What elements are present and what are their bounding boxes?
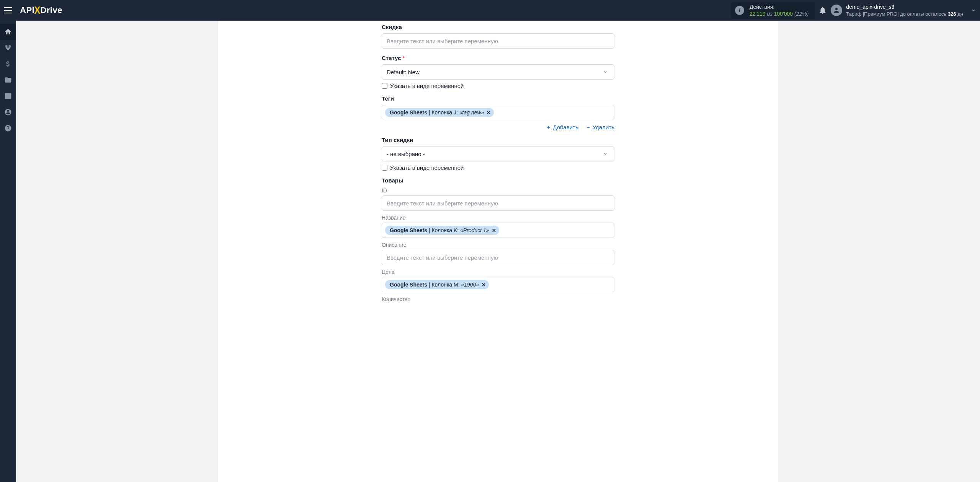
form-section: Скидка Статус * Default: New Указать в в… — [382, 21, 614, 302]
product-id-input[interactable] — [382, 195, 614, 211]
product-id-label: ID — [382, 187, 614, 194]
actions-of: из — [767, 11, 772, 17]
close-icon[interactable]: ✕ — [492, 228, 496, 233]
product-desc-input[interactable] — [382, 250, 614, 265]
actions-counter[interactable]: i Действия: 22'119 из 100'000 (22%) — [731, 2, 815, 19]
sidebar-item-integrations[interactable] — [0, 40, 16, 56]
svg-rect-2 — [7, 49, 9, 50]
sidebar-item-billing[interactable] — [0, 56, 16, 72]
field-product-desc: Описание — [382, 242, 614, 265]
logo-api: API — [20, 5, 34, 15]
avatar-icon — [831, 5, 842, 16]
tag-chip[interactable]: Google Sheets | Колонка J: «tag new» ✕ — [385, 108, 494, 117]
product-price-input[interactable]: Google Sheets | Колонка M: «1900» ✕ — [382, 277, 614, 292]
actions-label: Действия: — [750, 3, 808, 10]
tags-input[interactable]: Google Sheets | Колонка J: «tag new» ✕ — [382, 105, 614, 120]
discount-type-value: - не выбрано - — [387, 151, 425, 157]
sidebar — [0, 21, 16, 482]
svg-rect-0 — [5, 45, 7, 47]
discount-label: Скидка — [382, 24, 614, 30]
field-product-name: Название Google Sheets | Колонка K: «Pro… — [382, 215, 614, 238]
field-product-id: ID — [382, 187, 614, 211]
tags-label: Теги — [382, 95, 614, 102]
bell-icon[interactable] — [818, 6, 827, 15]
svg-rect-1 — [9, 45, 11, 47]
field-tags: Теги Google Sheets | Колонка J: «tag new… — [382, 95, 614, 130]
sidebar-item-home[interactable] — [0, 24, 16, 40]
status-variable-label: Указать в виде переменной — [390, 83, 464, 89]
actions-count: 22'119 — [750, 11, 766, 17]
logo-x-icon: X — [34, 4, 41, 16]
logo[interactable]: API X Drive — [20, 4, 62, 16]
tag-chip[interactable]: Google Sheets | Колонка M: «1900» ✕ — [385, 280, 489, 289]
product-qty-label: Количество — [382, 296, 614, 302]
sidebar-item-help[interactable] — [0, 120, 16, 136]
main-content: Скидка Статус * Default: New Указать в в… — [16, 21, 980, 482]
sidebar-item-video[interactable] — [0, 88, 16, 104]
status-value: Default: New — [387, 69, 420, 75]
info-icon: i — [735, 6, 744, 15]
discount-type-as-variable[interactable]: Указать в виде переменной — [382, 164, 614, 171]
discount-type-variable-label: Указать в виде переменной — [390, 164, 464, 171]
status-label: Статус * — [382, 55, 614, 61]
field-product-qty: Количество — [382, 296, 614, 302]
delete-button[interactable]: Удалить — [586, 124, 614, 130]
product-name-label: Название — [382, 215, 614, 221]
add-button[interactable]: Добавить — [546, 124, 578, 130]
header-right: i Действия: 22'119 из 100'000 (22%) demo… — [731, 2, 976, 19]
close-icon[interactable]: ✕ — [482, 282, 486, 288]
content-panel: Скидка Статус * Default: New Указать в в… — [218, 21, 778, 482]
tag-chip[interactable]: Google Sheets | Колонка K: «Product 1» ✕ — [385, 226, 499, 235]
user-name: demo_apix-drive_s3 — [846, 3, 963, 11]
field-discount-type: Тип скидки - не выбрано - Указать в виде… — [382, 137, 614, 171]
field-status: Статус * Default: New Указать в виде пер… — [382, 55, 614, 89]
actions-limit: 100'000 — [774, 11, 793, 17]
chevron-down-icon — [603, 69, 608, 75]
sidebar-item-projects[interactable] — [0, 72, 16, 88]
chevron-down-icon — [971, 8, 976, 13]
chevron-down-icon — [603, 151, 608, 156]
status-as-variable[interactable]: Указать в виде переменной — [382, 83, 614, 89]
actions-pct: (22%) — [794, 11, 808, 17]
discount-input[interactable] — [382, 33, 614, 49]
menu-toggle[interactable] — [4, 5, 15, 16]
field-discount: Скидка — [382, 24, 614, 49]
user-info: demo_apix-drive_s3 Тариф |Премиум PRO| д… — [846, 3, 963, 17]
actions-text: Действия: 22'119 из 100'000 (22%) — [750, 3, 808, 17]
product-desc-label: Описание — [382, 242, 614, 248]
tags-actions: Добавить Удалить — [382, 124, 614, 130]
user-menu[interactable]: demo_apix-drive_s3 Тариф |Премиум PRO| д… — [831, 3, 976, 17]
close-icon[interactable]: ✕ — [487, 110, 491, 116]
discount-type-variable-checkbox[interactable] — [382, 165, 387, 171]
discount-type-label: Тип скидки — [382, 137, 614, 143]
status-select[interactable]: Default: New — [382, 64, 614, 80]
products-heading: Товары — [382, 177, 614, 184]
product-name-input[interactable]: Google Sheets | Колонка K: «Product 1» ✕ — [382, 223, 614, 238]
product-price-label: Цена — [382, 269, 614, 275]
logo-drive: Drive — [40, 5, 62, 15]
discount-type-select[interactable]: - не выбрано - — [382, 146, 614, 161]
user-tariff: Тариф |Премиум PRO| до оплаты осталось 3… — [846, 11, 963, 18]
plus-icon — [546, 125, 551, 130]
field-product-price: Цена Google Sheets | Колонка M: «1900» ✕ — [382, 269, 614, 292]
minus-icon — [586, 125, 591, 130]
status-variable-checkbox[interactable] — [382, 83, 387, 89]
app-header: API X Drive i Действия: 22'119 из 100'00… — [0, 0, 980, 21]
sidebar-item-account[interactable] — [0, 104, 16, 120]
